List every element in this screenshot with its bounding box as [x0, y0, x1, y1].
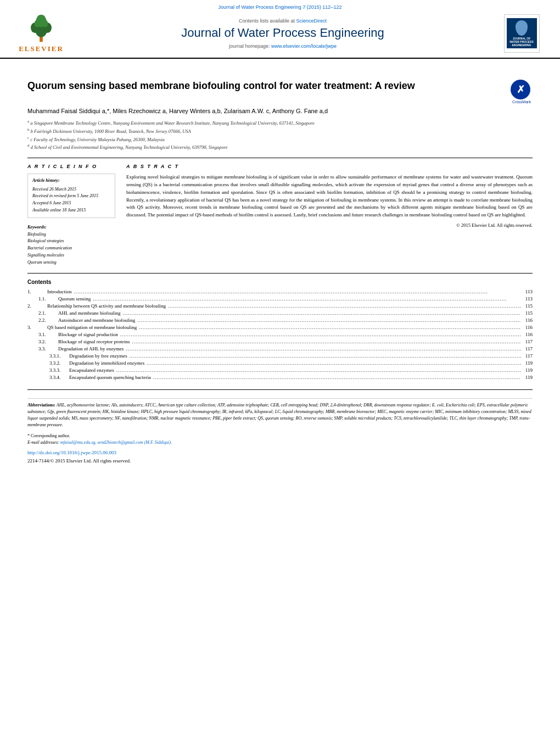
contents-num: 3. — [27, 325, 47, 330]
main-content: Quorum sensing based membrane biofouling… — [0, 59, 560, 473]
article-info-column: A R T I C L E I N F O Article history: R… — [27, 164, 115, 266]
divider-3 — [27, 389, 533, 390]
received-date: Received 26 March 2015 — [32, 186, 110, 193]
water-drop-icon — [516, 20, 528, 36]
journal-header: Journal of Water Process Engineering 7 (… — [0, 0, 560, 59]
contents-label: Blockage of signal production — [58, 332, 118, 337]
table-row: 3.3.3.Encapsulated enzymes..............… — [27, 367, 533, 374]
contents-dots: ........................................… — [116, 367, 521, 373]
contents-available-text: Contents lists available at — [239, 18, 295, 24]
contents-num: 2.1. — [38, 310, 58, 316]
article-info-header: A R T I C L E I N F O — [27, 164, 115, 169]
contents-table: 1.Introduction..........................… — [27, 288, 533, 381]
available-date: Available online 18 June 2015 — [32, 207, 110, 214]
contents-num: 1. — [27, 289, 47, 294]
contents-num: 2. — [27, 303, 47, 309]
table-row: 3.2.Blockage of signal receptor proteins… — [27, 338, 533, 345]
contents-page: 115 — [523, 303, 533, 309]
contents-page: 113 — [523, 289, 533, 294]
history-label: Article history: — [32, 177, 110, 185]
keyword-2: Biological strategies — [27, 238, 115, 245]
contents-num: 3.3.4. — [49, 375, 69, 380]
contents-page: 117 — [523, 353, 533, 359]
doi-link[interactable]: http://dx.doi.org/10.1016/j.jwpe.2015.06… — [27, 449, 533, 457]
contents-num: 1.1. — [38, 296, 58, 302]
abstract-header: A B S T R A C T — [126, 164, 533, 169]
contents-dots: ........................................… — [168, 303, 521, 309]
contents-page: 117 — [523, 339, 533, 344]
contents-label: Degradation by immobilized enzymes — [69, 360, 144, 366]
table-row: 2.Relationship between QS activity and m… — [27, 303, 533, 310]
homepage-label: journal homepage: — [229, 43, 270, 49]
journal-logo-inner: JOURNAL OF WATER PROCESS ENGINEERING — [507, 18, 537, 48]
table-row: 2.1.AHL and membrane biofouling.........… — [27, 310, 533, 317]
contents-dots: ........................................… — [126, 346, 521, 352]
abbreviations-text: AHL, acylhomoserine lactone; AIs, autoin… — [27, 403, 531, 427]
abstract-copyright: © 2015 Elsevier Ltd. All rights reserved… — [126, 222, 533, 228]
contents-dots: ........................................… — [93, 296, 521, 302]
abstract-column: A B S T R A C T Exploring novel biologic… — [126, 164, 533, 266]
affiliation-a: a a Singapore Membrane Technology Centre… — [27, 119, 533, 127]
journal-logo-right: JOURNAL OF WATER PROCESS ENGINEERING — [500, 14, 544, 53]
contents-num: 2.2. — [38, 317, 58, 323]
homepage-url[interactable]: www.elsevier.com/locate/jwpe — [271, 43, 337, 49]
table-row: 1.1.Quorum sensing......................… — [27, 295, 533, 303]
email-text: mfaisal@ntu.edu.sg, send2biotech@gmail.c… — [60, 440, 172, 445]
contents-label: Degradation of AHL by enzymes — [58, 346, 124, 352]
journal-title-block: Contents lists available at ScienceDirec… — [66, 18, 500, 49]
doi-text[interactable]: http://dx.doi.org/10.1016/j.jwpe.2015.06… — [27, 450, 116, 455]
contents-page: 119 — [523, 367, 533, 373]
contents-page: 116 — [523, 317, 533, 323]
contents-dots: ........................................… — [139, 325, 521, 330]
keyword-3: Bacterial communication — [27, 245, 115, 252]
contents-num: 3.3. — [38, 346, 58, 352]
contents-dots: ........................................… — [153, 375, 521, 380]
contents-num: 3.3.1. — [49, 353, 69, 359]
corresponding-note: * Corresponding author. — [27, 433, 533, 439]
contents-dots: ........................................… — [74, 289, 521, 294]
contents-page: 117 — [523, 346, 533, 352]
contents-dots: ........................................… — [137, 317, 521, 323]
svg-point-5 — [35, 20, 40, 27]
logo-text: JOURNAL OF WATER PROCESS ENGINEERING — [509, 37, 534, 47]
page: Journal of Water Process Engineering 7 (… — [0, 0, 560, 742]
contents-label: Encapsulated quorum quenching bacteria — [69, 375, 151, 380]
contents-dots: ........................................… — [120, 332, 521, 337]
authors: Muhammad Faisal Siddiqui a,*, Miles Rzec… — [27, 107, 533, 115]
contents-label: Introduction — [47, 289, 72, 294]
keyword-5: Quorum sensing — [27, 259, 115, 266]
footer-section: Abbreviations: AHL, acylhomoserine lacto… — [27, 398, 533, 465]
abstract-text: Exploring novel biological strategies to… — [126, 174, 533, 220]
article-title-section: Quorum sensing based membrane biofouling… — [27, 80, 533, 102]
divider-2 — [27, 273, 533, 274]
journal-homepage: journal homepage: www.elsevier.com/locat… — [77, 43, 489, 49]
sciencedirect-link[interactable]: ScienceDirect — [296, 18, 327, 24]
journal-logo-box: JOURNAL OF WATER PROCESS ENGINEERING — [504, 14, 540, 53]
contents-page: 116 — [523, 325, 533, 330]
keyword-1: Biofouling — [27, 231, 115, 238]
table-row: 3.QS based mitigation of membrane biofou… — [27, 324, 533, 331]
contents-label: Encapsulated enzymes — [69, 367, 114, 373]
article-history-box: Article history: Received 26 March 2015 … — [27, 174, 115, 218]
divider-1 — [27, 158, 533, 158]
keywords-section: Keywords: Biofouling Biological strategi… — [27, 225, 115, 266]
contents-page: 115 — [523, 310, 533, 316]
contents-page: 119 — [523, 360, 533, 366]
contents-label: Quorum sensing — [58, 296, 91, 302]
elsevier-logo: ELSEVIER — [16, 13, 66, 53]
contents-num: 3.3.3. — [49, 367, 69, 373]
table-row: 3.3.1.Degradation by free enzymes.......… — [27, 353, 533, 360]
contents-dots: ........................................… — [132, 339, 520, 344]
email-label: E-mail addresses: — [27, 440, 59, 445]
contents-section: Contents 1.Introduction.................… — [27, 279, 533, 381]
crossmark-icon: ✗ — [511, 80, 530, 99]
contents-page: 116 — [523, 332, 533, 337]
table-row: 3.3.4.Encapsulated quorum quenching bact… — [27, 374, 533, 381]
keyword-4: Signalling molecules — [27, 252, 115, 259]
journal-top-link[interactable]: Journal of Water Process Engineering 7 (… — [16, 4, 544, 10]
abbreviations: Abbreviations: AHL, acylhomoserine lacto… — [27, 402, 533, 428]
abbreviations-label: Abbreviations: — [27, 403, 55, 408]
contents-label: Degradation by free enzymes — [69, 353, 127, 359]
table-row: 1.Introduction..........................… — [27, 288, 533, 295]
contents-label: Blockage of signal receptor proteins — [58, 339, 130, 344]
